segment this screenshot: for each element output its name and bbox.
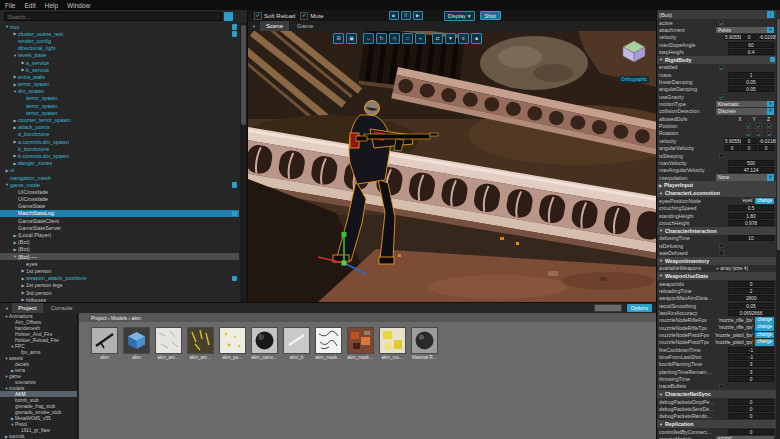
pause-button[interactable]: II — [401, 11, 411, 20]
value-field[interactable]: 2 — [728, 288, 774, 294]
value-field[interactable]: 0.5 — [728, 205, 774, 211]
scene-3d-view[interactable]: ⊞▣↔↻◇□+⇄▼≡■ Orthographic — [248, 31, 656, 302]
tree-item-uicrossfade[interactable]: UICrossfade — [0, 196, 239, 203]
value-field[interactable]: 0.05 — [728, 86, 774, 92]
value-field[interactable]: -6.020952 — [758, 34, 774, 40]
value-field[interactable]: 0 — [728, 399, 774, 405]
tree-item-a-service[interactable]: ▶a_service — [0, 59, 239, 66]
menu-item-help[interactable]: Help — [45, 2, 58, 9]
value-field[interactable]: 10 — [728, 235, 774, 241]
asset-tile-akm-am-[interactable]: akm_am… — [155, 327, 182, 360]
change-button[interactable]: change — [755, 339, 774, 346]
value-field[interactable]: 60 — [728, 42, 774, 48]
tree-item-danger-zones[interactable]: ▶danger_zones — [0, 160, 239, 167]
shot-button[interactable]: Shot — [480, 11, 501, 20]
checkbox[interactable]: ✓ — [719, 20, 725, 26]
row-visibility-button[interactable] — [232, 182, 238, 188]
tree-item-terror-spawn[interactable]: terror_spawn — [0, 95, 239, 102]
asset-tile-akm-rou-[interactable]: akm_rou… — [379, 327, 406, 360]
orientation-gizmo[interactable]: Orthographic — [617, 39, 651, 85]
maximize-icon[interactable]: ⊞ — [333, 33, 344, 44]
checkbox[interactable] — [719, 384, 725, 390]
tree-item-eyes[interactable]: eyes — [0, 260, 239, 267]
checkbox[interactable]: ✓ — [719, 94, 725, 100]
select-field[interactable]: Discrete▼ — [716, 108, 774, 115]
value-field[interactable]: 0 — [758, 145, 774, 151]
asset-tile-akm[interactable]: akm — [91, 327, 118, 360]
tree-item-ui[interactable]: ▶ui — [0, 167, 239, 174]
checkbox[interactable]: ✓ — [746, 131, 752, 137]
tree-item-matchstatslog[interactable]: MatchStatsLog — [0, 210, 239, 217]
row-visibility-button[interactable] — [232, 31, 238, 37]
asset-tile-akm-camo-[interactable]: akm_camo… — [251, 327, 278, 360]
value-field[interactable]: 0.0692666 — [728, 310, 774, 316]
tree-item-attack-points[interactable]: ▶attack_points — [0, 124, 239, 131]
collapse-arrow-icon[interactable]: ▼ — [252, 24, 256, 29]
value-field[interactable]: 0 — [741, 138, 757, 144]
value-field[interactable]: 0 — [728, 281, 774, 287]
add-icon[interactable]: + — [415, 33, 426, 44]
value-field[interactable]: 5.90558 — [724, 138, 740, 144]
hierarchy-filter-button[interactable] — [224, 12, 233, 21]
scale-icon[interactable]: ◇ — [389, 33, 400, 44]
checkbox[interactable]: ✓ — [746, 123, 752, 129]
tree-item--bot-[interactable]: ▶(Bot) — [0, 246, 239, 253]
value-field[interactable]: 1800 — [728, 295, 774, 301]
stop-button[interactable]: ■ — [389, 11, 399, 20]
value-field[interactable]: 0.4 — [728, 49, 774, 55]
value-field[interactable]: 0 — [741, 145, 757, 151]
asset-tile-akm-mask-[interactable]: akm_mask… — [315, 327, 342, 360]
asset-tile-akm-mask-[interactable]: akm_mask… — [347, 327, 374, 360]
select-field[interactable]: Kinematic▼ — [716, 101, 774, 108]
value-field[interactable]: 0 — [728, 413, 774, 419]
inspector-scrollbar[interactable] — [776, 19, 780, 439]
select-field[interactable]: None▼ — [716, 174, 774, 181]
value-field[interactable]: 0 — [741, 34, 757, 40]
section-header-rigidbody[interactable]: ▼RigidBody — [657, 56, 776, 64]
section-header-weaponusestate[interactable]: ▼WeaponUseState — [657, 272, 776, 280]
tree-item--local-player-[interactable]: ▶(Local Player) — [0, 231, 239, 238]
move-icon[interactable]: ↔ — [363, 33, 374, 44]
layers-icon[interactable]: ≡ — [458, 33, 469, 44]
tree-item-dm-spawn[interactable]: ▼dm_spawn — [0, 88, 239, 95]
array-summary[interactable]: + array (size 4) — [716, 266, 774, 271]
asset-tile-akm-b[interactable]: akm_b — [283, 327, 310, 360]
tab-console[interactable]: Console — [45, 303, 79, 313]
tree-item-levels-base[interactable]: ▼levels_base — [0, 52, 239, 59]
tree-item-game-mode[interactable]: ▼game_mode — [0, 181, 239, 188]
tree-item-1st-person[interactable]: ▶1st person — [0, 267, 239, 274]
tab-scene[interactable]: Scene — [260, 21, 289, 31]
bounds-icon[interactable]: □ — [402, 33, 413, 44]
tree-item-a-bombzone[interactable]: a_bombzone — [0, 131, 239, 138]
value-field[interactable]: 1 — [728, 72, 774, 78]
tree-item-uicrossfade[interactable]: UICrossfade — [0, 188, 239, 195]
display-dropdown[interactable]: Display ▾ — [444, 11, 475, 21]
tree-item-b-bombzone[interactable]: b_bombzone — [0, 145, 239, 152]
tree-item-b-service[interactable]: ▶b_service — [0, 66, 239, 73]
checkbox[interactable]: ✓ — [756, 123, 762, 129]
tree-item--bot-[interactable]: ▼(Bot) — — [0, 253, 239, 260]
collapse-arrow-icon[interactable]: ▼ — [5, 306, 9, 311]
checkbox[interactable] — [719, 250, 725, 256]
value-field[interactable]: 3 — [728, 361, 774, 367]
value-field[interactable]: 0 — [728, 376, 774, 382]
section-header-replication[interactable]: ▼Replication — [657, 420, 776, 428]
tab-game[interactable]: Game — [291, 21, 319, 31]
tree-item-terror-spawn[interactable]: terror_spawn — [0, 102, 239, 109]
tree-item-sounds[interactable]: ▶sounds — [0, 433, 77, 439]
hierarchy-search-input[interactable] — [4, 12, 222, 21]
hierarchy-scrollbar[interactable] — [240, 23, 247, 302]
swap-icon[interactable]: ⇄ — [432, 33, 443, 44]
menu-item-edit[interactable]: Edit — [24, 2, 35, 9]
value-field[interactable]: 3 — [728, 369, 774, 375]
checkbox[interactable] — [719, 243, 725, 249]
menu-item-window[interactable]: Window — [67, 2, 90, 9]
tree-item-counter-terror-spawn[interactable]: ▶counter_terror_spawn — [0, 116, 239, 123]
projection-mode-label[interactable]: Orthographic — [619, 76, 649, 83]
row-visibility-button[interactable] — [232, 276, 238, 282]
info-icon[interactable]: i — [767, 11, 774, 18]
tree-item-3rd-person[interactable]: ▶3rd person — [0, 289, 239, 296]
tree-item-extra-walls[interactable]: ▶extra_walls — [0, 73, 239, 80]
value-field[interactable]: 0 — [728, 406, 774, 412]
change-button[interactable]: change — [755, 198, 774, 205]
